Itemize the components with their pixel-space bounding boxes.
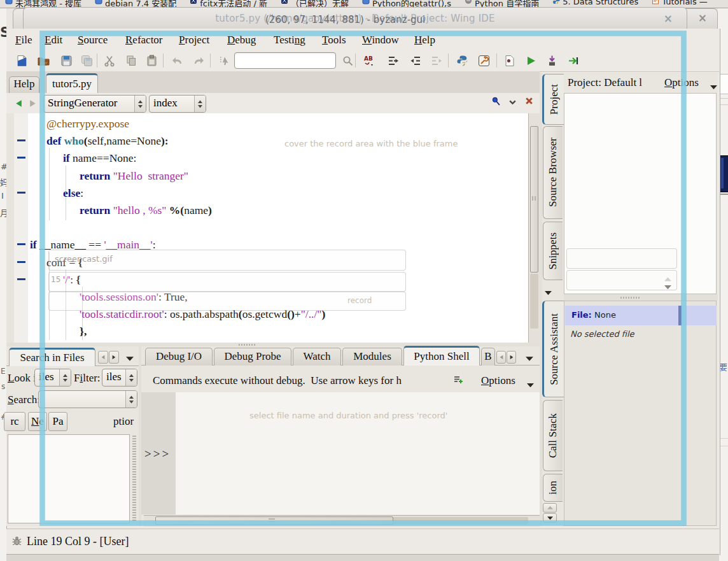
shell-tab-scroll-right[interactable] (507, 351, 516, 364)
editor-vscrollbar[interactable] (528, 113, 540, 343)
pin-icon[interactable] (491, 97, 501, 107)
search-panel-scrollstrip[interactable] (132, 436, 136, 522)
vtab-source-assistant[interactable]: Source Assistant (542, 301, 564, 397)
debug-to-cursor-icon[interactable] (543, 52, 561, 69)
vtab-ion[interactable]: ion (543, 474, 563, 502)
menu-help[interactable]: Help (414, 34, 435, 46)
run-icon[interactable] (522, 52, 540, 69)
tab-debug-i-o[interactable]: Debug I/O (145, 348, 213, 366)
shell-tab-scroll-left[interactable] (496, 351, 506, 364)
save-copy-icon[interactable] (78, 52, 95, 69)
python-shell-icon[interactable] (453, 52, 471, 69)
search-button-pa[interactable]: Pa (48, 412, 67, 431)
new-file-icon[interactable] (13, 52, 31, 69)
window-close-button-back[interactable]: × (698, 11, 707, 24)
undo-icon[interactable] (168, 52, 186, 69)
bug-icon[interactable] (11, 536, 23, 547)
shell-panel-menu-icon[interactable] (526, 352, 533, 358)
toolbar-search-input[interactable] (234, 52, 336, 69)
shell-options-button[interactable]: Options (481, 374, 515, 387)
list-add-icon[interactable] (453, 374, 465, 386)
search-look-in-combo-spinner[interactable] (59, 369, 71, 386)
find-icon[interactable] (339, 52, 356, 69)
bookmark-item[interactable]: Python 自学指南 (465, 0, 539, 4)
search-filter-combo[interactable]: iles (102, 369, 137, 387)
tab-debug-probe[interactable]: Debug Probe (214, 348, 291, 366)
menu-tools[interactable]: Tools (322, 34, 346, 46)
tab-modules[interactable]: Modules (342, 348, 402, 366)
vtab-scroll-up[interactable] (543, 503, 557, 513)
menu-window[interactable]: Window (362, 34, 399, 46)
search-query-combo-spinner[interactable] (125, 391, 137, 408)
tab-b[interactable]: B (481, 348, 495, 366)
fold-marker[interactable] (17, 243, 25, 245)
fold-margin[interactable] (14, 113, 29, 343)
bookmark-item[interactable]: Python的getattr(),s (362, 0, 451, 4)
tab-search-in-files[interactable]: Search in Files (9, 348, 95, 366)
fold-marker[interactable] (17, 139, 25, 141)
vtab-call-stack[interactable]: Call Stack (543, 400, 563, 471)
copy-icon[interactable] (122, 52, 140, 69)
fold-marker[interactable] (17, 278, 25, 280)
breakpoint-file-icon[interactable] (500, 52, 518, 69)
menu-edit[interactable]: Edit (45, 34, 62, 46)
tab-watch[interactable]: Watch (293, 348, 341, 366)
search-look-in-combo[interactable]: iles (34, 369, 71, 387)
step-into-icon[interactable] (564, 52, 582, 69)
bookmark-item[interactable]: 未鸿其鸿观 - 搜库 (5, 0, 81, 4)
member-combo-spinner[interactable] (194, 96, 206, 112)
search-query-combo[interactable] (38, 390, 137, 408)
indent-right-icon[interactable] (384, 52, 402, 69)
right-panel-splitter[interactable] (564, 294, 718, 301)
fold-marker[interactable] (17, 157, 25, 159)
class-combo-spinner[interactable] (134, 96, 146, 112)
bookmark-item[interactable]: （已解决）无解 (281, 0, 349, 4)
project-options-button[interactable]: Options (664, 76, 699, 89)
indent-left-icon[interactable] (406, 52, 424, 69)
bookmark-item[interactable]: fcitx无法启动 / 新 (190, 0, 267, 4)
shell-prompt[interactable]: >>> (144, 447, 171, 461)
vtab-snippets[interactable]: Snippets (543, 222, 563, 280)
fold-marker[interactable] (17, 192, 25, 194)
vtab-source-browser[interactable]: Source Browser (543, 126, 563, 219)
spell-check-icon[interactable]: AB (360, 52, 378, 69)
window-close-button[interactable]: × (664, 12, 673, 25)
menu-debug[interactable]: Debug (227, 34, 256, 46)
search-button-rc[interactable]: rc (4, 412, 25, 431)
menu-refactor[interactable]: Refactor (125, 34, 163, 46)
bookmark-item[interactable]: debian 7.4 安装配 (95, 0, 176, 4)
cut-icon[interactable] (101, 52, 118, 69)
shell-hscrollbar[interactable] (144, 515, 540, 527)
toolbox-icon[interactable] (475, 52, 493, 69)
search-tab-scroll-right[interactable] (109, 351, 119, 364)
member-combo[interactable]: index (149, 95, 206, 113)
redo-icon[interactable] (190, 52, 207, 69)
paste-icon[interactable] (143, 52, 160, 69)
search-filter-combo-spinner[interactable] (125, 369, 137, 386)
indent-match-icon[interactable] (428, 52, 445, 69)
search-button-ne[interactable]: Ne (28, 412, 47, 431)
bookmark-item[interactable]: Tutorials — (652, 0, 708, 4)
vtab-project[interactable]: Project (542, 74, 564, 125)
search-tab-scroll-left[interactable] (98, 351, 108, 364)
close-red-icon[interactable] (524, 96, 535, 106)
nav-back-icon[interactable] (14, 99, 24, 109)
open-folder-icon[interactable] (34, 52, 52, 69)
menu-project[interactable]: Project (179, 34, 209, 46)
right-panel-collapse-icon[interactable] (545, 287, 552, 292)
menu-testing[interactable]: Testing (274, 34, 305, 46)
vtab-scroll-down[interactable] (543, 513, 557, 523)
nav-forward-icon[interactable] (28, 99, 38, 109)
class-combo[interactable]: StringGenerator (43, 95, 146, 113)
select-mode-icon[interactable] (215, 52, 233, 69)
save-icon[interactable] (57, 52, 75, 69)
tab-python-shell[interactable]: Python Shell (403, 346, 480, 366)
bookmark-item[interactable]: 5. Data Structures (552, 0, 638, 4)
editor-tab-help[interactable]: Help (9, 76, 39, 93)
search-results-list[interactable] (8, 434, 130, 523)
menu-source[interactable]: Source (78, 34, 108, 46)
fold-marker[interactable] (17, 261, 25, 263)
menu-file[interactable]: File (15, 34, 32, 46)
editor-tab-tutor5-py[interactable]: tutor5.py (46, 73, 98, 93)
search-panel-menu-icon[interactable] (126, 352, 134, 358)
